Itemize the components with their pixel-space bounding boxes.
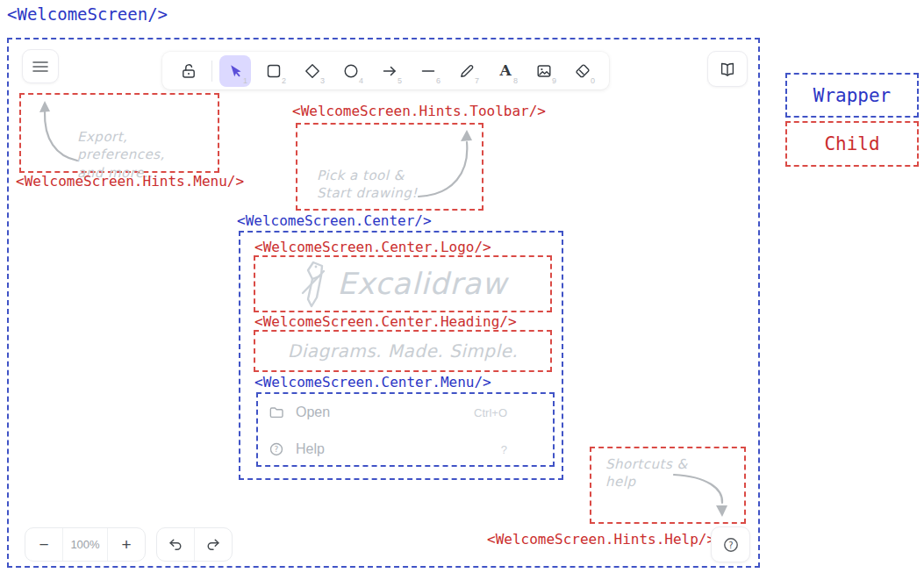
- zoom-in-button[interactable]: +: [107, 528, 145, 561]
- tool-shortcut-label: 2: [282, 76, 286, 85]
- diamond-icon: [304, 62, 321, 80]
- tool-rectangle[interactable]: 2: [258, 55, 290, 87]
- hint-menu-label: <WelcomeScreen.Hints.Menu/>: [16, 173, 244, 190]
- question-circle-icon: ?: [722, 536, 740, 554]
- help-button[interactable]: ?: [711, 526, 750, 562]
- center-label: <WelcomeScreen.Center/>: [237, 212, 432, 229]
- tool-eraser[interactable]: 0: [567, 55, 598, 87]
- tool-draw[interactable]: 7: [451, 55, 483, 87]
- hint-toolbar-label: <WelcomeScreen.Hints.Toolbar/>: [292, 103, 546, 119]
- hamburger-menu-icon: [32, 61, 48, 73]
- center-heading-label: <WelcomeScreen.Center.Heading/>: [254, 313, 517, 330]
- hint-help-label: <WelcomeScreen.Hints.Help/>: [487, 531, 708, 548]
- minus-icon: −: [39, 536, 48, 553]
- text-icon: A: [499, 63, 511, 78]
- legend-wrapper-box: Wrapper: [785, 73, 919, 118]
- zoom-level-value: 100%: [70, 538, 99, 551]
- undo-icon: [168, 537, 183, 553]
- center-heading-box: Diagrams. Made. Simple.: [254, 330, 552, 372]
- book-icon: [719, 61, 736, 78]
- tool-selection[interactable]: 1: [219, 55, 251, 87]
- tool-shortcut-label: 3: [320, 76, 325, 85]
- excalidraw-logo-text: Excalidraw: [337, 264, 507, 304]
- menu-item-shortcut: ?: [501, 443, 507, 456]
- tool-image[interactable]: 9: [528, 55, 560, 87]
- tool-shortcut-label: 8: [513, 76, 518, 85]
- line-icon: [419, 62, 437, 80]
- center-box: <WelcomeScreen.Center.Logo/> Excalidraw …: [239, 231, 563, 480]
- undo-redo-controls: [156, 527, 233, 562]
- selection-cursor-icon: [226, 62, 244, 80]
- main-menu-button[interactable]: [22, 49, 59, 83]
- lock-button[interactable]: [173, 55, 204, 87]
- welcomescreen-title-label: <WelcomeScreen/>: [7, 4, 168, 24]
- tool-arrow[interactable]: 5: [374, 55, 405, 87]
- folder-icon: [269, 405, 284, 420]
- image-icon: [535, 62, 553, 80]
- rectangle-icon: [265, 62, 283, 80]
- menu-item-label: Help: [296, 441, 325, 457]
- redo-button[interactable]: [194, 528, 232, 561]
- center-menu-box: Open Ctrl+O ? Help ?: [256, 392, 555, 467]
- tool-shortcut-label: 4: [359, 76, 363, 85]
- redo-icon: [205, 537, 221, 553]
- hint-help-box: Shortcuts & help: [590, 447, 746, 524]
- tool-shortcut-label: 6: [436, 76, 441, 85]
- zoom-out-button[interactable]: −: [25, 528, 62, 561]
- question-circle-icon: ?: [269, 441, 284, 457]
- svg-text:?: ?: [728, 540, 733, 549]
- excalidraw-pencil-icon: [298, 260, 328, 309]
- tool-diamond[interactable]: 3: [297, 55, 328, 87]
- eraser-icon: [574, 62, 591, 80]
- hint-menu-box: Export, preferences, and more...: [19, 93, 219, 173]
- zoom-controls: − 100% +: [25, 527, 146, 562]
- legend-child-box: Child: [785, 121, 919, 167]
- tool-ellipse[interactable]: 4: [335, 55, 367, 87]
- plus-icon: +: [121, 536, 131, 553]
- tool-shortcut-label: 7: [475, 76, 479, 85]
- hint-arrow-icon: [412, 126, 478, 205]
- library-button[interactable]: [707, 51, 748, 87]
- lock-open-icon: [180, 62, 197, 80]
- tool-shortcut-label: 9: [552, 76, 556, 85]
- menu-item-shortcut: Ctrl+O: [474, 406, 507, 419]
- hint-toolbar-text: Pick a tool & Start drawing!: [317, 167, 418, 203]
- center-heading-text: Diagrams. Made. Simple.: [288, 340, 518, 363]
- toolbar: 1 2 3 4 5: [162, 52, 609, 90]
- legend-wrapper-label: Wrapper: [813, 85, 892, 106]
- tool-shortcut-label: 5: [398, 76, 402, 85]
- center-logo-box: Excalidraw: [254, 255, 552, 312]
- legend-child-label: Child: [824, 133, 879, 154]
- tool-shortcut-label: 0: [591, 76, 595, 85]
- welcomescreen-wrapper-frame: 1 2 3 4 5: [7, 38, 760, 568]
- menu-item-label: Open: [296, 405, 330, 420]
- arrow-icon: [381, 62, 398, 80]
- menu-item-open[interactable]: Open Ctrl+O: [269, 402, 542, 423]
- zoom-level-button[interactable]: 100%: [62, 528, 107, 561]
- center-logo-label: <WelcomeScreen.Center.Logo/>: [254, 239, 491, 255]
- center-menu-label: <WelcomeScreen.Center.Menu/>: [254, 374, 491, 390]
- tool-shortcut-label: 1: [243, 76, 247, 85]
- svg-text:?: ?: [275, 445, 279, 454]
- undo-button[interactable]: [157, 528, 194, 561]
- ellipse-icon: [342, 62, 360, 80]
- menu-item-help[interactable]: ? Help ?: [269, 439, 542, 460]
- toolbar-divider: [211, 61, 212, 82]
- hint-help-text: Shortcuts & help: [605, 455, 688, 491]
- tool-text[interactable]: A 8: [490, 55, 521, 87]
- hint-toolbar-box: Pick a tool & Start drawing!: [296, 123, 483, 211]
- pencil-icon: [458, 62, 476, 80]
- tool-line[interactable]: 6: [412, 55, 444, 87]
